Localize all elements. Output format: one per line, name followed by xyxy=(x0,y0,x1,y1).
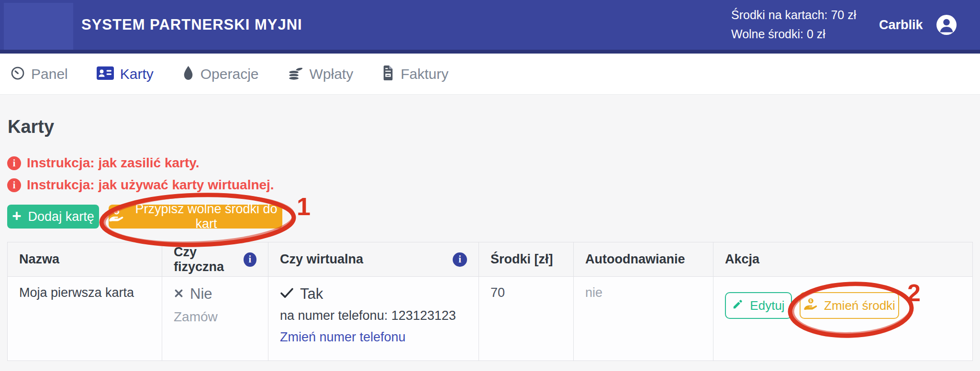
cell-virtual: Tak na numer telefonu: 123123123 Zmień n… xyxy=(268,277,479,360)
info-circle-icon: i xyxy=(7,156,21,170)
edit-card-button[interactable]: Edytuj xyxy=(725,292,792,319)
edit-card-label: Edytuj xyxy=(750,298,784,313)
main-nav: Panel Karty Operacje xyxy=(0,54,980,95)
nav-item-faktury[interactable]: Faktury xyxy=(382,65,448,82)
svg-text:$: $ xyxy=(810,298,812,303)
cell-funds: 70 xyxy=(479,277,574,360)
app-screen: SYSTEM PARTNERSKI MYJNI Środki na kartac… xyxy=(0,0,980,371)
add-card-button[interactable]: + Dodaj kartę xyxy=(7,205,99,229)
id-card-icon xyxy=(97,66,114,82)
check-mark-icon xyxy=(280,287,294,302)
hand-holding-dollar-icon: $ xyxy=(803,298,817,313)
nav-item-wplaty[interactable]: Wpłaty xyxy=(288,65,354,82)
nav-label-wplaty: Wpłaty xyxy=(310,66,354,82)
info-icon[interactable]: i xyxy=(244,252,256,267)
change-phone-link[interactable]: Zmień numer telefonu xyxy=(280,330,406,344)
logo-placeholder xyxy=(4,3,73,50)
plus-icon: + xyxy=(12,208,21,224)
hand-holding-dollar-icon: $ xyxy=(109,208,123,225)
info-icon[interactable]: i xyxy=(453,252,467,267)
column-header-action: Akcja xyxy=(713,242,972,277)
column-header-autorenew: Autoodnawianie xyxy=(574,242,713,277)
app-header: SYSTEM PARTNERSKI MYJNI Środki na kartac… xyxy=(0,0,980,50)
nav-item-operacje[interactable]: Operacje xyxy=(182,65,259,82)
nav-label-karty: Karty xyxy=(120,66,154,82)
assign-free-funds-label: Przypisz wolne środki do kart xyxy=(130,202,282,231)
cards-table: Nazwa Czy fizyczna i Czy wirtualna i Śro… xyxy=(7,242,973,361)
add-card-label: Dodaj kartę xyxy=(28,209,94,224)
droplet-icon xyxy=(182,65,194,82)
app-title: SYSTEM PARTNERSKI MYJNI xyxy=(81,16,302,33)
cell-autorenew: nie xyxy=(574,277,713,360)
x-mark-icon xyxy=(174,287,184,302)
column-header-virtual: Czy wirtualna i xyxy=(268,242,479,277)
nav-item-karty[interactable]: Karty xyxy=(97,66,154,82)
instruction-link-topup[interactable]: i Instrukcja: jak zasilić karty. xyxy=(7,155,200,171)
nav-label-faktury: Faktury xyxy=(401,66,448,82)
virtual-value: Tak xyxy=(300,285,323,303)
change-funds-button[interactable]: $ Zmień środki xyxy=(800,292,899,319)
header-bottom-edge xyxy=(0,50,980,54)
nav-item-panel[interactable]: Panel xyxy=(11,66,68,82)
annotation-step-1: 1 xyxy=(297,192,311,221)
physical-value: Nie xyxy=(190,285,212,303)
balance-summary: Środki na kartach: 70 zł Wolne środki: 0… xyxy=(731,5,856,44)
change-funds-label: Zmień środki xyxy=(824,298,895,313)
balance-free: Wolne środki: 0 zł xyxy=(731,24,856,44)
instruction-link-virtual[interactable]: i Instrukcja: jak używać karty wirtualne… xyxy=(7,177,274,193)
account-circle-icon[interactable] xyxy=(936,14,957,35)
column-header-name: Nazwa xyxy=(8,242,162,277)
pencil-icon xyxy=(732,298,743,313)
cell-card-name: Moja pierwsza karta xyxy=(8,277,162,360)
gauge-icon xyxy=(11,66,25,82)
order-card-link[interactable]: Zamów xyxy=(174,309,218,324)
balance-on-cards: Środki na kartach: 70 zł xyxy=(731,5,856,24)
user-name[interactable]: Carblik xyxy=(879,18,923,33)
instruction-text: Instrukcja: jak używać karty wirtualnej. xyxy=(27,177,274,193)
instruction-text: Instrukcja: jak zasilić karty. xyxy=(27,155,200,171)
virtual-phone-number: na numer telefonu: 123123123 xyxy=(280,308,467,323)
column-header-physical: Czy fizyczna i xyxy=(162,242,268,277)
cell-actions: Edytuj $ Zmień środki xyxy=(713,277,972,360)
coins-icon xyxy=(288,65,303,82)
info-circle-icon: i xyxy=(7,178,21,192)
svg-text:$: $ xyxy=(115,209,118,214)
invoice-icon xyxy=(382,65,394,82)
nav-label-panel: Panel xyxy=(31,66,68,82)
assign-free-funds-button[interactable]: $ Przypisz wolne środki do kart xyxy=(109,205,282,229)
page-title: Karty xyxy=(8,117,54,137)
column-header-funds: Środki [zł] xyxy=(479,242,574,277)
cell-physical: Nie Zamów xyxy=(162,277,268,360)
nav-label-operacje: Operacje xyxy=(200,66,259,82)
